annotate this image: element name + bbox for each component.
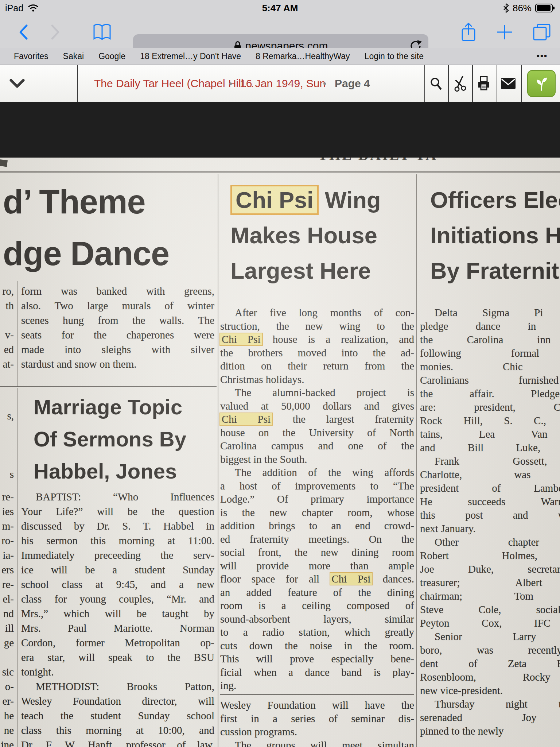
favorites-item[interactable]: 18 Extremel…y Don't Have bbox=[140, 51, 241, 61]
newsprint-line: Chi Psi house is a realization, and bbox=[220, 333, 414, 346]
newsprint-line: ers bbox=[0, 562, 15, 577]
favorites-item[interactable]: Login to the site bbox=[365, 51, 424, 61]
newsprint-line: teach the student Sunday school bbox=[21, 708, 214, 723]
newsprint-line: ice will be a student Sunday bbox=[21, 562, 214, 577]
newsprint-line: ing. bbox=[220, 679, 414, 692]
section-rule bbox=[220, 694, 414, 695]
scan-artifact bbox=[0, 159, 8, 167]
ancestry-button[interactable] bbox=[527, 70, 556, 97]
newsprint-line: chairman; Tom Abbott, bbox=[420, 589, 560, 603]
tabs-icon[interactable] bbox=[532, 23, 551, 41]
favorites-overflow-button[interactable]: ••• bbox=[537, 51, 548, 61]
newsprint-line: Frank Gossett, juni bbox=[420, 454, 560, 468]
share-icon[interactable] bbox=[460, 22, 477, 43]
newsprint-line: stardust and snow on them. bbox=[21, 357, 214, 371]
newsprint-line: ine bbox=[0, 738, 15, 747]
newsprint-line: the brothers moved into the ad- bbox=[220, 346, 414, 360]
favorites-bar: FavoritesSakaiGoogle18 Extremel…y Don't … bbox=[0, 48, 560, 65]
issue-date[interactable]: 16 Jan 1949, Sun bbox=[240, 65, 326, 102]
newsprint-line: cuts down the noise in the room. bbox=[220, 639, 414, 653]
newsprint-line: cussion programs. bbox=[220, 725, 414, 739]
newsprint-line: Chi Psi Wing bbox=[230, 182, 420, 218]
current-match-highlight: Chi Psi bbox=[230, 185, 319, 215]
newsprint-line: Chi Psi the largest fraternity bbox=[220, 413, 414, 426]
newsprint-line: also. Two large murals of winter bbox=[21, 298, 214, 313]
print-icon bbox=[476, 76, 491, 92]
newsprint-line: dition on their return from the bbox=[220, 359, 414, 373]
newsprint-line: ro, bbox=[0, 284, 15, 298]
masthead-rule bbox=[0, 171, 560, 173]
newsprint-line: ed bbox=[0, 342, 15, 357]
newsprint-line: This will prove especially bene- bbox=[220, 652, 414, 666]
match-highlight: Chi Psi bbox=[220, 333, 262, 345]
newsprint-line: Robert Holmes, vice-p bbox=[420, 549, 560, 562]
newsprint-line: Cordon, former Metropolitan op- bbox=[21, 635, 214, 650]
newsprint-line: seats for the chaperones were bbox=[21, 328, 214, 342]
newsprint-line: th bbox=[0, 298, 15, 313]
newsprint-line: Makes House bbox=[230, 218, 420, 253]
newsprint-line: Mrs. Paul Mariotte. Norman bbox=[21, 621, 214, 635]
newsprint-line: Christmas holidays. bbox=[220, 373, 414, 386]
new-tab-icon[interactable] bbox=[496, 23, 513, 41]
newsprint-line: Thursday night the Sig bbox=[420, 697, 560, 711]
favorites-item[interactable]: Google bbox=[98, 51, 125, 61]
newspaper-scan[interactable]: THE DAILY TAR HEEL ro,th v-edat- s, s re… bbox=[0, 158, 560, 747]
newsprint-line: s, bbox=[0, 409, 15, 423]
newsprint-line: Joe Duke, secretary; Joe bbox=[420, 562, 560, 576]
article-text: form was banked with greens,also. Two la… bbox=[21, 284, 214, 371]
mail-button[interactable] bbox=[497, 65, 520, 102]
bookmarks-button[interactable] bbox=[90, 23, 114, 42]
newsprint-line: his sermon this morning at 11:00. bbox=[21, 533, 214, 548]
favorites-item[interactable]: 8 Remarka…HealthyWay bbox=[256, 51, 350, 61]
newsprint-line: BAPTIST: “Who Influences bbox=[21, 489, 214, 504]
newsprint-line: class for young couples, “Mr. and bbox=[21, 592, 214, 606]
cut-column-fragments: s, s bbox=[0, 409, 15, 481]
newsprint-line: Wesley Foundation will have the bbox=[220, 698, 414, 712]
newsprint-line: he bbox=[0, 708, 15, 723]
newsprint-line: room is a ceiling composed of bbox=[220, 599, 414, 612]
search-button[interactable] bbox=[424, 65, 448, 102]
collapse-panel-button[interactable] bbox=[7, 74, 28, 93]
clip-button[interactable] bbox=[448, 65, 471, 102]
newsprint-line: re- bbox=[0, 489, 15, 504]
newsprint-line: Charlotte, was recently bbox=[420, 468, 560, 481]
back-button[interactable] bbox=[15, 23, 32, 42]
newsprint-line: are: president, Carl J. bbox=[420, 400, 560, 414]
newsprint-line bbox=[0, 650, 15, 665]
newsprint-line: The groups will meet simultan bbox=[220, 739, 414, 747]
newsprint-line: first in a series of seminar dis- bbox=[220, 712, 414, 725]
newsprint-line: ne bbox=[0, 723, 15, 738]
newsprint-line: Other chapter electio bbox=[420, 535, 560, 549]
newsprint-line: scenes hung from the walls. The bbox=[21, 313, 214, 328]
battery-icon bbox=[535, 3, 555, 13]
newsprint-line: floor space for all Chi Psi dances. bbox=[220, 572, 414, 586]
newsprint-line: The alumni-backed project is bbox=[220, 386, 414, 399]
newsprint-line: er- bbox=[0, 694, 15, 708]
mail-icon bbox=[500, 77, 516, 90]
newsprint-line: boro, was recently elect bbox=[420, 643, 560, 657]
newsprint-line: serenaded Joy Kalt, bbox=[420, 711, 560, 724]
newsprint-line: v- bbox=[0, 328, 15, 342]
newsprint-line: m- bbox=[0, 519, 15, 533]
newsprint-line bbox=[0, 313, 15, 328]
newsprint-line: pledge dance in the bal bbox=[420, 320, 560, 333]
newsprint-line: Peyton Cox, IFC represer bbox=[420, 616, 560, 630]
newsprint-line: struction, the new wing to the bbox=[220, 320, 414, 333]
newsprint-line: tonight. bbox=[21, 665, 214, 679]
headline-officers-elected: Officers ElecInitiations HBy Fraternit bbox=[430, 182, 560, 289]
newsprint-line: sound-absorbent layers, similar bbox=[220, 612, 414, 626]
newsprint-line: ia- bbox=[0, 548, 15, 562]
favorites-item[interactable]: Favorites bbox=[14, 51, 48, 61]
cut-column-fragments: ro,th v-edat- bbox=[0, 284, 15, 371]
status-right-cluster: 86% bbox=[503, 0, 555, 16]
newsprint-line: METHODIST: Brooks Patton, bbox=[21, 679, 214, 694]
print-button[interactable] bbox=[472, 65, 495, 102]
newsprint-line: ed fraternity meetings. On the bbox=[220, 533, 414, 546]
newsprint-line: class this morning at 10:00, and bbox=[21, 723, 214, 738]
newsprint-line: to a radio station, which greatly bbox=[220, 626, 414, 639]
newsprint-line: Your Life?” will be the question bbox=[21, 504, 214, 519]
forward-button[interactable] bbox=[47, 23, 64, 42]
newsprint-line: Carolina campus and one of the bbox=[220, 439, 414, 453]
favorites-item[interactable]: Sakai bbox=[63, 51, 84, 61]
browser-chrome: iPad 5:47 AM 86% bbox=[0, 0, 560, 48]
